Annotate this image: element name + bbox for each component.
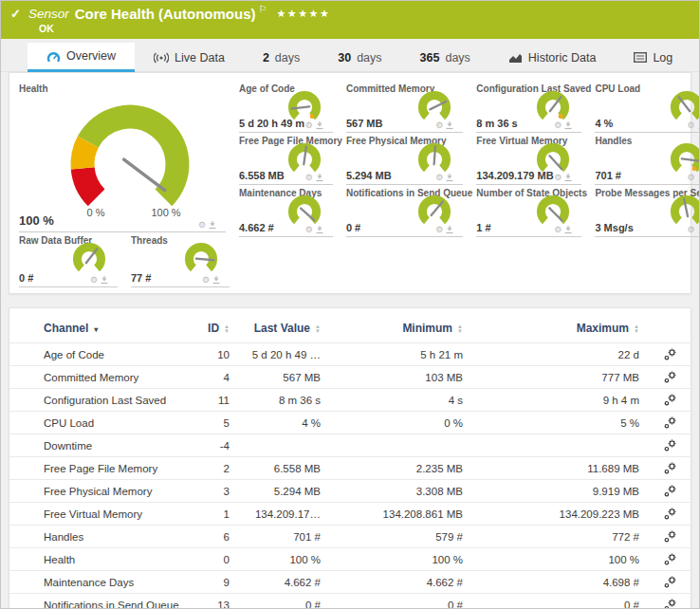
- column-header-last-value[interactable]: Last Value▲▼: [239, 322, 330, 335]
- gear-icon[interactable]: ⚙: [305, 121, 313, 130]
- gauge-card[interactable]: CPU Load 4 % ⚙: [595, 81, 700, 133]
- column-header-maximum[interactable]: Maximum▲▼: [472, 322, 649, 335]
- pin-icon[interactable]: [446, 121, 453, 130]
- table-row[interactable]: Free Physical Memory 3 5.294 MB 3.308 MB…: [9, 479, 691, 502]
- tab-settings[interactable]: ⚙ Settings: [691, 43, 700, 72]
- table-row[interactable]: Notifications in Send Queue 13 0 # 0 # 0…: [9, 593, 691, 609]
- edit-channel-icon[interactable]: [664, 462, 676, 474]
- edit-channel-icon[interactable]: [664, 485, 676, 497]
- table-row[interactable]: CPU Load 5 4 % 0 % 5 %: [9, 411, 691, 434]
- gauge-chart: [180, 238, 222, 278]
- pin-icon[interactable]: [446, 226, 453, 234]
- edit-channel-icon[interactable]: [664, 416, 676, 429]
- pin-icon[interactable]: [564, 226, 572, 234]
- edit-channel-icon[interactable]: [664, 553, 676, 565]
- table-row[interactable]: Free Page File Memory 2 6.558 MB 2.235 M…: [9, 456, 691, 479]
- edit-channel-icon[interactable]: [664, 439, 676, 452]
- table-row[interactable]: Free Virtual Memory 1 134.209.17… 134.20…: [9, 502, 691, 525]
- tab-365-days[interactable]: 365 days: [401, 43, 489, 72]
- gauge-card[interactable]: Probe Messages per Second 3 Msg/s ⚙: [595, 185, 700, 237]
- pin-icon[interactable]: [316, 121, 323, 130]
- table-row[interactable]: Health 0 100 % 100 % 100 %: [9, 547, 691, 570]
- gauge-card[interactable]: Maintenance Days 4.662 # ⚙: [239, 185, 333, 237]
- edit-channel-icon[interactable]: [664, 530, 676, 543]
- table-row[interactable]: Downtime -4: [9, 434, 691, 456]
- pin-icon[interactable]: [316, 174, 323, 182]
- edit-channel-icon[interactable]: [664, 599, 676, 609]
- tab-2-days[interactable]: 2 days: [244, 43, 319, 72]
- edit-channel-icon[interactable]: [664, 371, 676, 383]
- table-row[interactable]: Maintenance Days 9 4.662 # 4.662 # 4.698…: [9, 570, 691, 593]
- gauge-card[interactable]: Handles 701 # ⚙: [595, 133, 700, 185]
- gear-icon[interactable]: ⚙: [554, 121, 562, 130]
- gauge-card-health[interactable]: Health 0 % 100 % 100 % ⚙: [19, 81, 226, 232]
- table-row[interactable]: Configuration Last Saved 11 8 m 36 s 4 s…: [9, 388, 691, 411]
- gear-icon[interactable]: ⚙: [688, 226, 695, 234]
- channel-name[interactable]: Downtime: [9, 440, 199, 452]
- pin-icon[interactable]: [212, 276, 220, 285]
- gauge-card[interactable]: Threads 77 # ⚙: [131, 232, 230, 287]
- pin-icon[interactable]: [101, 276, 108, 285]
- pin-icon[interactable]: [446, 174, 453, 182]
- channel-name[interactable]: Age of Code: [9, 349, 199, 360]
- flag-icon[interactable]: ⚐: [259, 4, 267, 14]
- pin-icon[interactable]: [209, 221, 216, 230]
- channel-maximum: 100 %: [472, 554, 649, 565]
- gauge-card[interactable]: Configuration Last Saved 8 m 36 s ⚙: [476, 81, 581, 133]
- pin-icon[interactable]: [564, 121, 572, 130]
- tab-log[interactable]: Log: [615, 43, 691, 72]
- gear-icon[interactable]: ⚙: [305, 226, 313, 234]
- channel-name[interactable]: Notifications in Send Queue: [9, 600, 199, 609]
- channel-maximum: 777 MB: [472, 372, 649, 383]
- gauge-max-label: 100 %: [151, 207, 180, 218]
- channel-name[interactable]: Health: [9, 554, 199, 565]
- gauge-card[interactable]: Notifications in Send Queue 0 # ⚙: [346, 185, 463, 237]
- channel-last-value: 4 %: [239, 417, 330, 429]
- gauge-card[interactable]: Number of State Objects 1 # ⚙: [476, 185, 581, 237]
- gauge-card[interactable]: Free Physical Memory 5.294 MB ⚙: [346, 133, 463, 185]
- channel-name[interactable]: Maintenance Days: [9, 577, 199, 588]
- table-row[interactable]: Age of Code 10 5 d 20 h 49 … 5 h 21 m 22…: [9, 342, 691, 365]
- gauge-card[interactable]: Free Page File Memory 6.558 MB ⚙: [239, 133, 333, 185]
- gear-icon[interactable]: ⚙: [435, 226, 443, 234]
- gear-icon[interactable]: ⚙: [435, 121, 443, 130]
- gauge-card[interactable]: Age of Code 5 d 20 h 49 m ⚙: [239, 81, 333, 133]
- gear-icon[interactable]: ⚙: [202, 276, 210, 285]
- edit-channel-icon[interactable]: [664, 348, 676, 360]
- column-header-channel[interactable]: Channel▾: [9, 322, 199, 335]
- tab-live-data[interactable]: Live Data: [135, 43, 244, 72]
- tab-30-days[interactable]: 30 days: [319, 43, 400, 72]
- gear-icon[interactable]: ⚙: [90, 276, 98, 285]
- channel-name[interactable]: Free Page File Memory: [9, 463, 199, 474]
- channel-name[interactable]: Free Virtual Memory: [9, 508, 199, 520]
- channel-name[interactable]: Committed Memory: [9, 372, 199, 383]
- table-row[interactable]: Handles 6 701 # 579 # 772 #: [9, 525, 691, 547]
- edit-channel-icon[interactable]: [664, 508, 676, 520]
- column-header-minimum[interactable]: Minimum▲▼: [330, 322, 472, 335]
- gauge-card[interactable]: Free Virtual Memory 134.209.179 MB ⚙: [476, 133, 581, 185]
- channel-name[interactable]: Configuration Last Saved: [9, 395, 199, 406]
- gear-icon[interactable]: ⚙: [305, 174, 313, 182]
- channel-name[interactable]: CPU Load: [9, 417, 199, 429]
- table-row[interactable]: Committed Memory 4 567 MB 103 MB 777 MB: [9, 365, 691, 388]
- gear-icon[interactable]: ⚙: [688, 174, 695, 182]
- pin-icon[interactable]: [564, 174, 572, 182]
- priority-stars[interactable]: ★★★★★: [276, 8, 330, 20]
- pin-icon[interactable]: [316, 226, 323, 234]
- gear-icon[interactable]: ⚙: [554, 226, 562, 234]
- gear-icon[interactable]: ⚙: [435, 174, 443, 182]
- edit-channel-icon[interactable]: [664, 576, 676, 588]
- gear-icon[interactable]: ⚙: [198, 221, 206, 230]
- edit-channel-icon[interactable]: [664, 394, 676, 406]
- gauge-card[interactable]: Committed Memory 567 MB ⚙: [346, 81, 463, 133]
- tab-label: days: [445, 51, 470, 65]
- column-header-id[interactable]: ID▲▼: [199, 322, 239, 335]
- tab-overview[interactable]: Overview: [28, 43, 135, 72]
- channel-name[interactable]: Free Physical Memory: [9, 486, 199, 497]
- gauge-card[interactable]: Raw Data Buffer 0 # ⚙: [19, 232, 118, 287]
- tab-historic-data[interactable]: Historic Data: [489, 43, 616, 72]
- gear-icon[interactable]: ⚙: [688, 121, 695, 130]
- channel-name[interactable]: Handles: [9, 531, 199, 543]
- sort-desc-icon: ▾: [94, 325, 98, 334]
- gear-icon[interactable]: ⚙: [554, 174, 562, 182]
